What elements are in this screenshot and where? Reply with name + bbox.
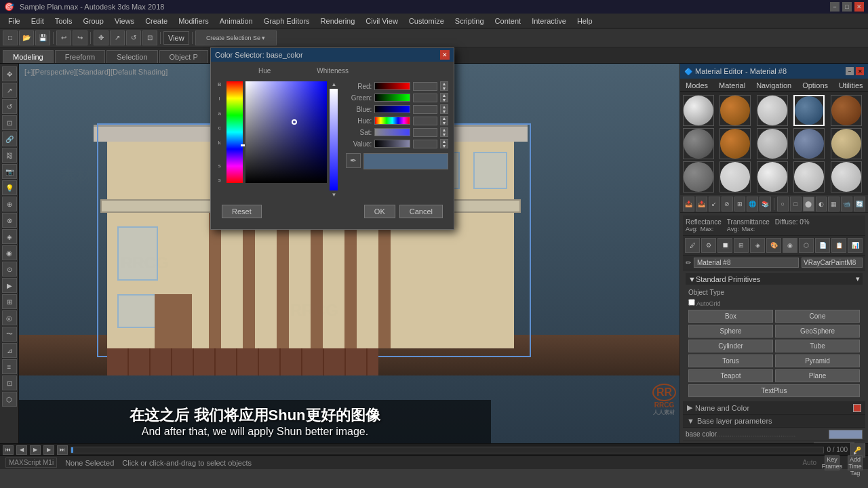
mat-menu-modes[interactable]: Modes — [680, 80, 713, 91]
red-value[interactable]: 77 — [413, 82, 437, 91]
mat-action-11[interactable]: 📊 — [848, 238, 863, 253]
menu-item-file[interactable]: File — [3, 16, 26, 26]
left-tb-rotate[interactable]: ↺ — [2, 99, 17, 114]
sat-spinner[interactable]: ▲▼ — [440, 127, 448, 137]
mat-action-1[interactable]: 🖊 — [685, 238, 700, 253]
mat-tb-put[interactable]: 📤 — [696, 197, 707, 211]
rotate-button[interactable]: ↺ — [126, 30, 141, 45]
mat-slot-9[interactable] — [793, 128, 825, 159]
menu-item-tools[interactable]: Tools — [50, 16, 78, 26]
geosphere-button[interactable]: GeoSphere — [775, 325, 860, 338]
left-tb-shapes[interactable]: ◈ — [2, 229, 17, 244]
tube-button[interactable]: Tube — [775, 340, 860, 352]
left-tb-mirror[interactable]: ⊿ — [2, 343, 17, 358]
name-color-swatch[interactable] — [853, 404, 861, 412]
base-layer-header[interactable]: ▼ Base layer parameters — [683, 415, 865, 428]
left-tb-align[interactable]: ≡ — [2, 359, 17, 374]
color-dialog-close[interactable]: ✕ — [440, 50, 450, 60]
mat-action-7[interactable]: ◉ — [783, 238, 797, 253]
menu-item-interactive[interactable]: Interactive — [526, 16, 572, 26]
mat-tb-make-unique[interactable]: ⊞ — [734, 197, 746, 211]
menu-item-modifiers[interactable]: Modifiers — [173, 16, 214, 26]
left-tb-helper[interactable]: ⊕ — [2, 197, 17, 211]
mat-action-6[interactable]: 🎨 — [766, 238, 781, 253]
close-button[interactable]: ✕ — [854, 2, 864, 12]
minimize-button[interactable]: − — [830, 2, 840, 12]
tab-modeling[interactable]: Modeling — [3, 50, 54, 63]
left-tb-light[interactable]: 💡 — [2, 180, 17, 195]
green-slider[interactable] — [374, 94, 410, 102]
mat-slot-4[interactable] — [793, 95, 825, 126]
green-spinner[interactable]: ▲▼ — [440, 93, 448, 102]
base-reflection-spinner[interactable]: ▲▼ — [854, 443, 863, 444]
prev-frame[interactable]: ◀ — [16, 445, 27, 455]
mat-slot-2[interactable] — [719, 95, 751, 126]
left-tb-dynamics[interactable]: ⊙ — [2, 262, 17, 277]
mat-slot-3[interactable] — [757, 95, 788, 126]
mat-tb-backlit[interactable]: ◐ — [816, 197, 827, 211]
left-tb-particle[interactable]: ◉ — [2, 245, 17, 260]
menu-item-animation[interactable]: Animation — [214, 16, 258, 26]
menu-item-rendering[interactable]: Rendering — [315, 16, 361, 26]
redo-button[interactable]: ↪ — [73, 30, 87, 45]
mat-tb-reset[interactable]: ⊘ — [722, 197, 733, 211]
mat-action-2[interactable]: ⚙ — [701, 238, 716, 253]
base-reflection-input[interactable] — [814, 443, 854, 443]
green-value[interactable]: 102 — [413, 94, 437, 102]
mat-menu-utilities[interactable]: Utilities — [833, 80, 868, 91]
menu-item-content[interactable]: Content — [490, 16, 527, 26]
mat-tb-box[interactable]: □ — [790, 197, 802, 211]
plane-button[interactable]: Plane — [775, 369, 860, 382]
timeline-track[interactable] — [71, 447, 824, 453]
left-tb-unlink[interactable]: ⛓ — [2, 148, 17, 163]
saturation-value-picker[interactable] — [245, 81, 327, 183]
mat-tb-get[interactable]: 📥 — [683, 197, 694, 211]
blue-slider[interactable] — [374, 105, 410, 113]
left-tb-link[interactable]: 🔗 — [2, 131, 17, 146]
whiteness-slider[interactable] — [330, 89, 338, 190]
play-fwd[interactable]: ⏭ — [57, 445, 68, 455]
left-tb-curve[interactable]: 〜 — [2, 327, 17, 342]
undo-button[interactable]: ↩ — [56, 30, 71, 45]
sat-slider[interactable] — [374, 128, 410, 136]
sat-value[interactable]: 102 — [413, 128, 437, 137]
next-frame[interactable]: ▶ — [43, 445, 54, 455]
teapot-button[interactable]: Teapot — [688, 369, 773, 382]
mat-name-input[interactable] — [694, 258, 799, 268]
standard-primitives-header[interactable]: ▼ Standard Primitives ▾ — [686, 273, 863, 285]
mat-tb-sphere[interactable]: ○ — [777, 197, 789, 211]
value-value[interactable]: 128 — [413, 140, 437, 148]
mat-action-4[interactable]: ⊞ — [734, 238, 749, 253]
tab-freeform[interactable]: Freeform — [55, 50, 106, 63]
mat-slot-12[interactable] — [719, 161, 751, 192]
mat-slot-14[interactable] — [793, 161, 825, 192]
value-spinner[interactable]: ▲▼ — [440, 139, 448, 148]
left-tb-select[interactable]: ✥ — [2, 66, 17, 81]
blue-value[interactable]: 128 — [413, 105, 437, 114]
move-button[interactable]: ↗ — [110, 30, 125, 45]
menu-item-grapheditors[interactable]: Graph Editors — [258, 16, 315, 26]
left-tb-track[interactable]: ⊡ — [2, 375, 17, 390]
mat-action-8[interactable]: ⬡ — [799, 238, 814, 253]
torus-button[interactable]: Torus — [688, 354, 773, 367]
cylinder-button[interactable]: Cylinder — [688, 340, 773, 352]
hue-value[interactable]: 149 — [413, 117, 437, 125]
red-slider[interactable] — [374, 82, 410, 90]
mat-slot-11[interactable] — [683, 161, 714, 192]
left-tb-camera[interactable]: 📷 — [2, 164, 17, 179]
mat-action-10[interactable]: 📋 — [831, 238, 846, 253]
scale-button[interactable]: ⊡ — [142, 30, 157, 45]
pyramid-button[interactable]: Pyramid — [775, 354, 860, 367]
box-button[interactable]: Box — [688, 310, 773, 323]
mat-close[interactable]: ✕ — [856, 67, 864, 75]
tab-selection[interactable]: Selection — [106, 50, 157, 63]
mat-action-3[interactable]: 🔲 — [717, 238, 732, 253]
mat-slot-15[interactable] — [831, 161, 862, 192]
left-tb-scale[interactable]: ⊡ — [2, 115, 17, 130]
hue-spinner[interactable]: ▲▼ — [440, 116, 448, 125]
select-button[interactable]: ✥ — [94, 30, 108, 45]
mat-menu-material[interactable]: Material — [713, 80, 751, 91]
mat-tb-update[interactable]: 🔄 — [854, 197, 865, 211]
menu-item-group[interactable]: Group — [77, 16, 109, 26]
key-frames-btn[interactable]: Key Frames — [825, 455, 840, 470]
